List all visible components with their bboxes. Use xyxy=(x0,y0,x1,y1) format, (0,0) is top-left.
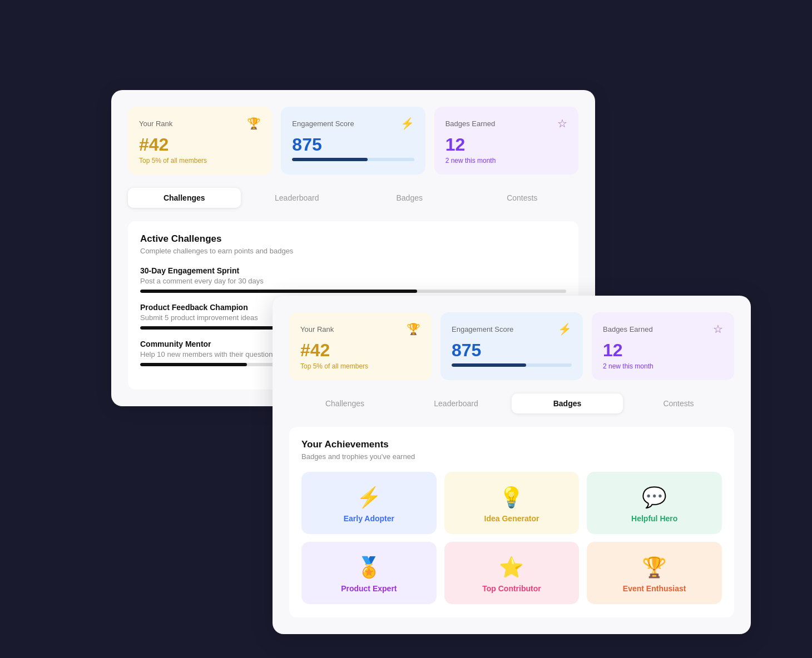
engagement-value-fg: 875 xyxy=(452,341,572,359)
challenge-1-progress-bg xyxy=(140,290,566,293)
tabs-bg: Challenges Leaderboard Badges Contests xyxy=(128,188,578,208)
badges-label-bg: Badges Earned xyxy=(445,119,496,128)
challenges-sub-bg: Complete challenges to earn points and b… xyxy=(140,247,566,255)
engagement-label-fg: Engagement Score xyxy=(452,325,513,333)
badge-event-enthusiast-icon: 🏆 xyxy=(642,557,667,577)
badge-early-adopter[interactable]: ⚡ Early Adopter xyxy=(301,472,437,534)
challenges-title-bg: Active Challenges xyxy=(140,233,566,245)
foreground-card: Your Rank 🏆 #42 Top 5% of all members En… xyxy=(273,296,751,634)
badges-sub-bg: 2 new this month xyxy=(445,157,567,164)
badge-helpful-hero-label: Helpful Hero xyxy=(631,514,677,523)
engagement-card-fg: Engagement Score ⚡ 875 xyxy=(440,312,583,380)
badges-grid: ⚡ Early Adopter 💡 Idea Generator 💬 Helpf… xyxy=(301,472,722,604)
badge-top-contributor-label: Top Contributor xyxy=(482,584,541,593)
rank-card-bg: Your Rank 🏆 #42 Top 5% of all members xyxy=(128,107,272,175)
trophy-icon-bg: 🏆 xyxy=(247,117,261,130)
rank-value-fg: #42 xyxy=(300,341,420,359)
challenge-3-fill-bg xyxy=(140,363,247,366)
engagement-progress-bg xyxy=(292,158,414,161)
rank-value-bg: #42 xyxy=(139,136,261,153)
badge-idea-generator-icon: 💡 xyxy=(499,487,524,507)
badges-label-fg: Badges Earned xyxy=(603,325,653,333)
tab-leaderboard-bg[interactable]: Leaderboard xyxy=(241,188,354,208)
engagement-card-bg: Engagement Score ⚡ 875 xyxy=(281,107,425,175)
badge-helpful-hero-icon: 💬 xyxy=(642,487,667,507)
achievements-title: Your Achievements xyxy=(301,439,722,450)
badge-idea-generator[interactable]: 💡 Idea Generator xyxy=(444,472,580,534)
tabs-fg: Challenges Leaderboard Badges Contests xyxy=(289,393,734,413)
trophy-icon-fg: 🏆 xyxy=(407,322,420,336)
badges-value-fg: 12 xyxy=(603,341,723,359)
badge-product-expert-icon: 🏅 xyxy=(357,557,382,577)
badge-product-expert-label: Product Expert xyxy=(341,584,397,593)
badge-event-enthusiast-label: Event Enthusiast xyxy=(623,584,686,593)
engagement-label-bg: Engagement Score xyxy=(292,119,354,128)
tab-challenges-fg[interactable]: Challenges xyxy=(289,393,400,413)
badge-idea-generator-label: Idea Generator xyxy=(484,514,539,523)
challenge-1-desc-bg: Post a comment every day for 30 days xyxy=(140,277,566,285)
badge-early-adopter-label: Early Adopter xyxy=(344,514,394,523)
badge-helpful-hero[interactable]: 💬 Helpful Hero xyxy=(587,472,722,534)
star-icon-fg: ☆ xyxy=(713,322,723,336)
rank-sub-fg: Top 5% of all members xyxy=(300,362,420,370)
engagement-value-bg: 875 xyxy=(292,136,414,153)
badge-product-expert[interactable]: 🏅 Product Expert xyxy=(301,542,437,604)
tab-contests-bg[interactable]: Contests xyxy=(466,188,579,208)
achievements-sub: Badges and trophies you've earned xyxy=(301,452,722,461)
rank-label-fg: Your Rank xyxy=(300,325,334,333)
badge-top-contributor[interactable]: ⭐ Top Contributor xyxy=(444,542,580,604)
tab-contests-fg[interactable]: Contests xyxy=(623,393,734,413)
challenge-1-bg: 30-Day Engagement Sprint Post a comment … xyxy=(140,266,566,293)
engagement-progress-fg xyxy=(452,363,572,367)
stats-row-fg: Your Rank 🏆 #42 Top 5% of all members En… xyxy=(289,312,734,380)
tab-challenges-bg[interactable]: Challenges xyxy=(128,188,241,208)
engagement-fill-bg xyxy=(292,158,368,161)
rank-sub-bg: Top 5% of all members xyxy=(139,157,261,164)
stats-row-bg: Your Rank 🏆 #42 Top 5% of all members En… xyxy=(128,107,578,175)
tab-badges-bg[interactable]: Badges xyxy=(353,188,466,208)
badge-event-enthusiast[interactable]: 🏆 Event Enthusiast xyxy=(587,542,722,604)
rank-label-bg: Your Rank xyxy=(139,119,172,128)
bolt-icon-bg: ⚡ xyxy=(400,117,414,130)
bolt-icon-fg: ⚡ xyxy=(558,322,572,336)
badges-card-bg: Badges Earned ☆ 12 2 new this month xyxy=(434,107,578,175)
badge-early-adopter-icon: ⚡ xyxy=(357,487,382,507)
badges-card-fg: Badges Earned ☆ 12 2 new this month xyxy=(592,312,734,380)
tab-badges-fg[interactable]: Badges xyxy=(512,393,623,413)
page-wrapper: Your Rank 🏆 #42 Top 5% of all members En… xyxy=(100,79,712,579)
badges-value-bg: 12 xyxy=(445,136,567,153)
engagement-fill-fg xyxy=(452,363,526,367)
tab-leaderboard-fg[interactable]: Leaderboard xyxy=(400,393,512,413)
badge-top-contributor-icon: ⭐ xyxy=(499,557,524,577)
challenge-1-fill-bg xyxy=(140,290,417,293)
rank-card-fg: Your Rank 🏆 #42 Top 5% of all members xyxy=(289,312,432,380)
achievements-content: Your Achievements Badges and trophies yo… xyxy=(289,427,734,617)
badges-sub-fg: 2 new this month xyxy=(603,362,723,370)
star-icon-bg: ☆ xyxy=(557,117,567,130)
challenge-1-name-bg: 30-Day Engagement Sprint xyxy=(140,266,566,275)
